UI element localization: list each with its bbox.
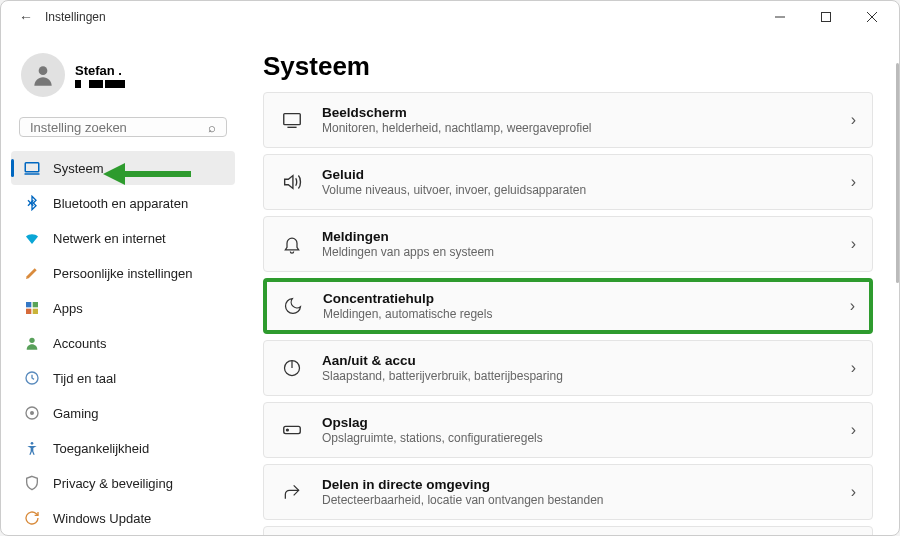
card-title: Aan/uit & accu	[322, 353, 833, 368]
apps-icon	[23, 299, 41, 317]
sidebar-item-bluetooth[interactable]: Bluetooth en apparaten	[11, 186, 235, 220]
card-title: Beeldscherm	[322, 105, 833, 120]
chevron-right-icon: ›	[850, 297, 855, 315]
card-title: Delen in directe omgeving	[322, 477, 833, 492]
search-input[interactable]	[30, 120, 208, 135]
search-box[interactable]: ⌕	[19, 117, 227, 137]
settings-window: ← Instellingen Stefan . ⌕	[0, 0, 900, 536]
nav-label: Tijd en taal	[53, 371, 116, 386]
nav-list: Systeem Bluetooth en apparaten Netwerk e…	[11, 151, 235, 535]
svg-rect-11	[26, 309, 31, 314]
card-opslag[interactable]: Opslag Opslagruimte, stations, configura…	[263, 402, 873, 458]
sidebar-item-accounts[interactable]: Accounts	[11, 326, 235, 360]
clock-icon	[23, 369, 41, 387]
svg-point-16	[31, 412, 34, 415]
sidebar-item-netwerk[interactable]: Netwerk en internet	[11, 221, 235, 255]
card-multitasking[interactable]: Multitasking Vensters vastmaken, bureaub…	[263, 526, 873, 535]
nav-label: Gaming	[53, 406, 99, 421]
card-subtitle: Opslagruimte, stations, configuratierege…	[322, 431, 833, 445]
chevron-right-icon: ›	[851, 111, 856, 129]
avatar	[21, 53, 65, 97]
nav-label: Windows Update	[53, 511, 151, 526]
nav-label: Accounts	[53, 336, 106, 351]
person-icon	[23, 334, 41, 352]
card-subtitle: Detecteerbaarheid, locatie van ontvangen…	[322, 493, 833, 507]
bluetooth-icon	[23, 194, 41, 212]
card-title: Concentratiehulp	[323, 291, 832, 306]
svg-rect-18	[284, 114, 301, 125]
card-concentratiehulp[interactable]: Concentratiehulp Meldingen, automatische…	[263, 278, 873, 334]
share-icon	[280, 482, 304, 502]
nav-label: Apps	[53, 301, 83, 316]
close-button[interactable]	[849, 1, 895, 33]
maximize-button[interactable]	[803, 1, 849, 33]
sidebar-item-toegankelijkheid[interactable]: Toegankelijkheid	[11, 431, 235, 465]
brush-icon	[23, 264, 41, 282]
nav-label: Bluetooth en apparaten	[53, 196, 188, 211]
card-subtitle: Meldingen, automatische regels	[323, 307, 832, 321]
titlebar: ← Instellingen	[1, 1, 899, 33]
card-meldingen[interactable]: Meldingen Meldingen van apps en systeem …	[263, 216, 873, 272]
sidebar-item-tijd[interactable]: Tijd en taal	[11, 361, 235, 395]
storage-icon	[280, 419, 304, 441]
minimize-button[interactable]	[757, 1, 803, 33]
card-subtitle: Volume niveaus, uitvoer, invoer, geluids…	[322, 183, 833, 197]
svg-rect-1	[822, 13, 831, 22]
back-icon[interactable]: ←	[19, 9, 33, 25]
card-title: Meldingen	[322, 229, 833, 244]
svg-rect-10	[33, 302, 38, 307]
bell-icon	[280, 234, 304, 254]
window-title: Instellingen	[45, 10, 106, 24]
sidebar-item-systeem[interactable]: Systeem	[11, 151, 235, 185]
svg-point-23	[287, 429, 289, 431]
chevron-right-icon: ›	[851, 235, 856, 253]
nav-label: Systeem	[53, 161, 104, 176]
scrollbar-thumb[interactable]	[896, 63, 899, 283]
card-delen[interactable]: Delen in directe omgeving Detecteerbaarh…	[263, 464, 873, 520]
nav-label: Netwerk en internet	[53, 231, 166, 246]
gaming-icon	[23, 404, 41, 422]
sound-icon	[280, 171, 304, 193]
card-aanuit[interactable]: Aan/uit & accu Slaapstand, batterijverbr…	[263, 340, 873, 396]
chevron-right-icon: ›	[851, 421, 856, 439]
sidebar-item-privacy[interactable]: Privacy & beveiliging	[11, 466, 235, 500]
card-subtitle: Meldingen van apps en systeem	[322, 245, 833, 259]
profile-name: Stefan .	[75, 63, 125, 78]
sidebar-item-apps[interactable]: Apps	[11, 291, 235, 325]
card-title: Geluid	[322, 167, 833, 182]
card-subtitle: Slaapstand, batterijverbruik, batterijbe…	[322, 369, 833, 383]
moon-icon	[281, 296, 305, 316]
card-subtitle: Monitoren, helderheid, nachtlamp, weerga…	[322, 121, 833, 135]
search-icon: ⌕	[208, 120, 216, 135]
laptop-icon	[23, 159, 41, 177]
wifi-icon	[23, 229, 41, 247]
nav-label: Persoonlijke instellingen	[53, 266, 192, 281]
chevron-right-icon: ›	[851, 173, 856, 191]
nav-label: Privacy & beveiliging	[53, 476, 173, 491]
profile-sub-redacted	[75, 80, 125, 88]
card-title: Opslag	[322, 415, 833, 430]
page-title: Systeem	[263, 51, 873, 82]
card-geluid[interactable]: Geluid Volume niveaus, uitvoer, invoer, …	[263, 154, 873, 210]
chevron-right-icon: ›	[851, 483, 856, 501]
sidebar-item-gaming[interactable]: Gaming	[11, 396, 235, 430]
profile[interactable]: Stefan .	[11, 51, 235, 103]
main-content: Systeem Beeldscherm Monitoren, helderhei…	[241, 33, 899, 535]
svg-rect-5	[25, 163, 39, 172]
svg-point-4	[39, 66, 48, 75]
accessibility-icon	[23, 439, 41, 457]
nav-label: Toegankelijkheid	[53, 441, 149, 456]
display-icon	[280, 109, 304, 131]
shield-icon	[23, 474, 41, 492]
svg-rect-9	[26, 302, 31, 307]
sidebar-item-personalisatie[interactable]: Persoonlijke instellingen	[11, 256, 235, 290]
sidebar: Stefan . ⌕ Systeem Bluetooth en apparate…	[1, 33, 241, 535]
chevron-right-icon: ›	[851, 359, 856, 377]
power-icon	[280, 358, 304, 378]
update-icon	[23, 509, 41, 527]
svg-point-13	[29, 338, 34, 343]
card-beeldscherm[interactable]: Beeldscherm Monitoren, helderheid, nacht…	[263, 92, 873, 148]
svg-rect-12	[33, 309, 38, 314]
sidebar-item-update[interactable]: Windows Update	[11, 501, 235, 535]
svg-point-17	[31, 442, 34, 445]
